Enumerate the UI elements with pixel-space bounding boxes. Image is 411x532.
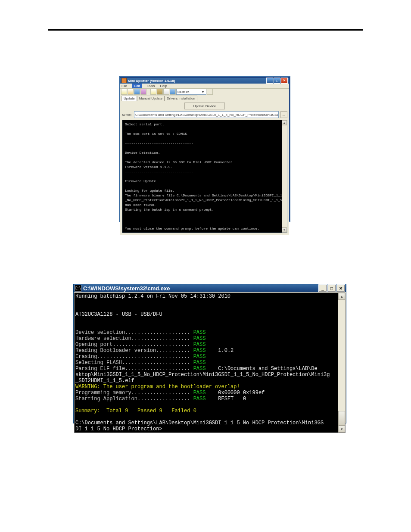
divider (48, 29, 363, 31)
minimize-button[interactable]: _ (266, 78, 273, 84)
scroll-track-top[interactable] (338, 300, 345, 411)
chevron-down-icon: ▾ (201, 90, 205, 94)
scroll-down-icon[interactable]: ▾ (338, 426, 345, 432)
cmd-close-button[interactable]: ✕ (336, 284, 345, 292)
cmd-icon: C:\ (75, 285, 81, 292)
fw-file-label: fw file: (122, 113, 132, 117)
cmd-maximize-button[interactable]: □ (327, 284, 336, 292)
toolbar-paste-icon[interactable] (163, 89, 169, 95)
page: Mini Updater (Version 1.0.18) _ □ ✕ File… (0, 0, 411, 532)
toolbar-extra-icon[interactable] (207, 89, 213, 95)
com-port-value: COM15 (177, 90, 190, 94)
menu-tools[interactable]: Tools (147, 84, 155, 88)
top-controls: Update Device fw file: C:\Documents and … (122, 103, 287, 118)
tab-manual-update[interactable]: Manual Update (137, 96, 165, 101)
update-device-button[interactable]: Update Device (184, 103, 225, 109)
updater-frame: Mini Updater (Version 1.0.18) _ □ ✕ File… (120, 77, 290, 221)
app-icon (121, 78, 127, 83)
com-port-select[interactable]: COM15 ▾ (176, 89, 206, 95)
tab-drivers-installation[interactable]: Drivers Installation (165, 96, 197, 101)
cmd-output: Running batchisp 1.2.4 on Fri Nov 05 14:… (75, 293, 338, 432)
scroll-thumb[interactable] (338, 411, 345, 426)
updater-body: Update Device fw file: C:\Documents and … (120, 101, 289, 235)
scroll-up-icon[interactable]: ▴ (282, 120, 287, 125)
fw-file-path-input[interactable]: C:\Documents and Settings\LAB\Desktop\Mi… (134, 111, 279, 118)
updater-titlebar: Mini Updater (Version 1.0.18) _ □ ✕ (120, 78, 289, 84)
toolbar-save-icon[interactable] (134, 89, 140, 95)
cmd-body: Running batchisp 1.2.4 on Fri Nov 05 14:… (74, 292, 346, 433)
cmd-titlebar: C:\ C:\WINDOWS\system32\cmd.exe _ □ ✕ (74, 284, 346, 292)
browse-button[interactable]: ... (280, 111, 287, 118)
toolbar-cut-icon[interactable] (150, 89, 156, 95)
window-title: Mini Updater (Version 1.0.18) (128, 79, 266, 83)
updater-window: Mini Updater (Version 1.0.18) _ □ ✕ File… (119, 76, 290, 222)
console-output: Select serial port. The com port is set … (122, 120, 282, 233)
close-button[interactable]: ✕ (281, 78, 288, 84)
fw-file-row: fw file: C:\Documents and Settings\LAB\D… (122, 111, 287, 118)
menu-help[interactable]: Help (160, 84, 167, 88)
console-scrollbar[interactable]: ▴ ▾ (282, 120, 287, 233)
scroll-down-icon[interactable]: ▾ (282, 227, 287, 233)
cmd-window: C:\ C:\WINDOWS\system32\cmd.exe _ □ ✕ Ru… (73, 284, 346, 423)
scroll-track[interactable] (282, 125, 287, 227)
toolbar-separator (148, 89, 149, 95)
menubar: File Edit Tools Help (120, 84, 289, 89)
toolbar-open-icon[interactable] (128, 89, 134, 95)
cmd-title: C:\WINDOWS\system32\cmd.exe (83, 285, 318, 292)
cmd-scrollbar[interactable]: ▴ ▾ (338, 293, 345, 432)
toolbar-copy-icon[interactable] (157, 89, 163, 95)
scroll-up-icon[interactable]: ▴ (338, 293, 345, 300)
cmd-minimize-button[interactable]: _ (318, 284, 327, 292)
maximize-button[interactable]: □ (274, 78, 280, 84)
toolbar-saveall-icon[interactable] (140, 89, 146, 95)
toolbar: COM15 ▾ (120, 89, 289, 95)
tab-update[interactable]: Update (121, 96, 137, 101)
menu-file[interactable]: File (121, 84, 127, 88)
toolbar-new-icon[interactable] (121, 89, 127, 95)
tabstrip: Update Manual Update Drivers Installatio… (120, 95, 289, 101)
toolbar-refresh-icon[interactable] (170, 89, 176, 95)
menu-edit[interactable]: Edit (132, 84, 142, 88)
console-wrap: Select serial port. The com port is set … (122, 120, 287, 233)
